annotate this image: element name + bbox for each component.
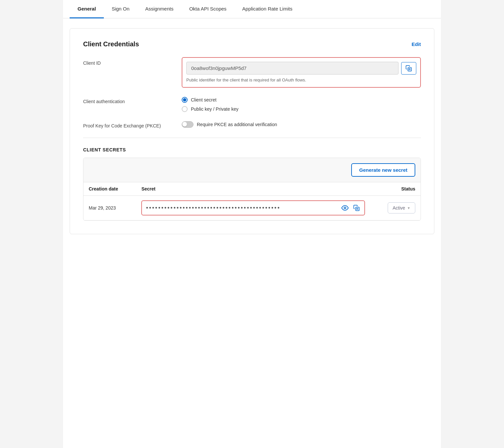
secrets-table-header: Creation date Secret Status	[83, 182, 421, 196]
clipboard-icon	[405, 65, 412, 72]
secrets-section-title: CLIENT SECRETS	[83, 147, 421, 152]
eye-icon	[341, 204, 349, 212]
table-row: Mar 29, 2023 •••••••••••••••••••••••••••…	[83, 196, 421, 220]
chevron-down-icon: ▼	[407, 206, 410, 210]
client-id-control: Public identifier for the client that is…	[182, 57, 421, 88]
svg-rect-0	[408, 67, 412, 71]
status-text: Active	[393, 205, 405, 211]
reveal-secret-button[interactable]	[341, 204, 349, 212]
pkce-toggle-label: Require PKCE as additional verification	[197, 122, 277, 127]
tab-assignments[interactable]: Assignments	[137, 0, 181, 18]
client-secrets-section: CLIENT SECRETS Generate new secret Creat…	[83, 147, 421, 221]
col-header-status: Status	[370, 182, 421, 196]
client-id-label: Client ID	[83, 57, 182, 66]
client-id-row: Client ID	[83, 57, 421, 88]
radio-circle-public-key	[182, 106, 188, 112]
copy-secret-button[interactable]	[353, 204, 360, 212]
client-auth-row: Client authentication Client secret Publ…	[83, 96, 421, 112]
creation-date-cell: Mar 29, 2023	[83, 196, 136, 220]
radio-circle-client-secret	[182, 97, 188, 103]
status-badge[interactable]: Active ▼	[388, 202, 415, 213]
svg-point-3	[344, 207, 346, 209]
client-auth-label: Client authentication	[83, 96, 182, 104]
tab-sign-on[interactable]: Sign On	[104, 0, 137, 18]
pkce-toggle-wrapper: Require PKCE as additional verification	[182, 120, 421, 128]
secrets-table-container: Generate new secret Creation date Secret…	[83, 158, 421, 221]
radio-client-secret-label: Client secret	[191, 97, 217, 102]
auth-radio-group: Client secret Public key / Private key	[182, 96, 421, 112]
secret-dots: ••••••••••••••••••••••••••••••••••••••••…	[146, 205, 337, 211]
radio-client-secret[interactable]: Client secret	[182, 97, 421, 103]
secrets-toolbar: Generate new secret	[83, 158, 421, 182]
secret-cell: ••••••••••••••••••••••••••••••••••••••••…	[136, 196, 370, 220]
secrets-table-body: Mar 29, 2023 •••••••••••••••••••••••••••…	[83, 196, 421, 220]
status-cell: Active ▼	[370, 196, 421, 220]
tab-general[interactable]: General	[70, 0, 104, 18]
svg-rect-4	[355, 207, 359, 211]
pkce-row: Proof Key for Code Exchange (PKCE) Requi…	[83, 120, 421, 128]
tab-application-rate-limits[interactable]: Application Rate Limits	[234, 0, 300, 18]
pkce-control: Require PKCE as additional verification	[182, 120, 421, 128]
secrets-table: Creation date Secret Status Mar 29, 2023	[83, 182, 421, 220]
tabs-nav: General Sign On Assignments Okta API Sco…	[63, 0, 441, 18]
copy-client-id-button[interactable]	[401, 62, 416, 75]
tab-okta-api-scopes[interactable]: Okta API Scopes	[181, 0, 234, 18]
main-content: Client Credentials Edit Client ID	[63, 18, 441, 244]
col-header-secret: Secret	[136, 182, 370, 196]
pkce-label: Proof Key for Code Exchange (PKCE)	[83, 120, 182, 128]
client-id-hint: Public identifier for the client that is…	[186, 77, 416, 83]
secret-highlighted-box: ••••••••••••••••••••••••••••••••••••••••…	[141, 200, 365, 215]
edit-link[interactable]: Edit	[412, 41, 421, 47]
radio-public-key-label: Public key / Private key	[191, 106, 239, 112]
pkce-toggle[interactable]	[182, 121, 194, 128]
radio-public-key[interactable]: Public key / Private key	[182, 106, 421, 112]
client-id-highlighted-box: Public identifier for the client that is…	[182, 57, 421, 88]
section-header: Client Credentials Edit	[83, 40, 421, 48]
client-id-input[interactable]	[186, 62, 399, 75]
client-id-input-row	[186, 62, 416, 75]
generate-new-secret-button[interactable]: Generate new secret	[351, 163, 415, 177]
credentials-card: Client Credentials Edit Client ID	[70, 28, 434, 234]
section-divider	[83, 138, 421, 138]
copy-clipboard-icon	[353, 205, 360, 211]
col-header-creation-date: Creation date	[83, 182, 136, 196]
section-title: Client Credentials	[83, 40, 139, 48]
page-container: General Sign On Assignments Okta API Sco…	[63, 0, 441, 448]
client-auth-control: Client secret Public key / Private key	[182, 96, 421, 112]
